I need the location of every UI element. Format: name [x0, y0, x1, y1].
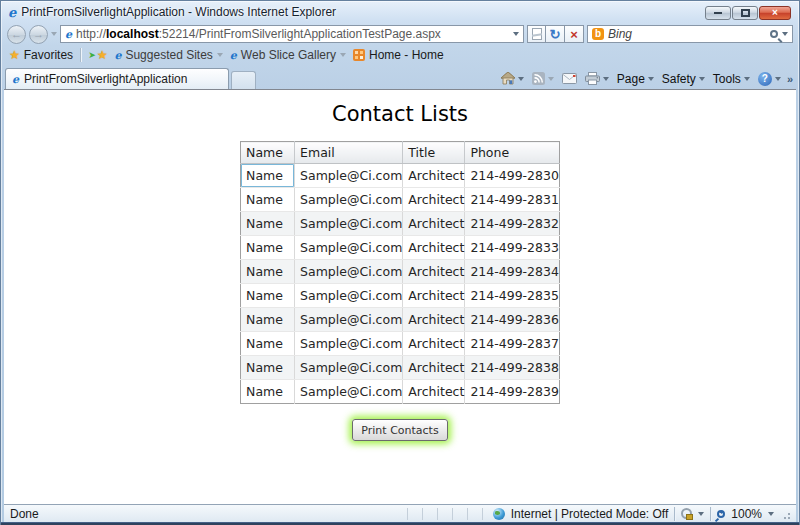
tools-menu-button[interactable]: Tools: [711, 72, 752, 86]
zoom-dropdown-icon[interactable]: [768, 512, 774, 516]
search-input[interactable]: b Bing: [587, 25, 793, 43]
read-mail-button[interactable]: [560, 73, 579, 84]
feeds-button[interactable]: [530, 72, 556, 85]
toolbar-overflow-button[interactable]: »: [787, 73, 793, 85]
cell-email[interactable]: Sample@Ci.com: [295, 284, 403, 308]
add-arrow-icon: ➤: [88, 50, 96, 60]
tab-printfromsilverlightapplication[interactable]: e PrintFromSilverlightApplication: [5, 68, 229, 89]
close-button[interactable]: ×: [759, 6, 791, 20]
table-row[interactable]: NameSample@Ci.comArchitect214-499-2834: [241, 260, 560, 284]
refresh-button[interactable]: ↻: [546, 25, 565, 43]
cell-phone[interactable]: 214-499-2835: [465, 284, 560, 308]
table-row[interactable]: NameSample@Ci.comArchitect214-499-2831: [241, 188, 560, 212]
print-contacts-button[interactable]: Print Contacts: [352, 419, 448, 441]
table-row[interactable]: NameSample@Ci.comArchitect214-499-2835: [241, 284, 560, 308]
cell-name[interactable]: Name: [241, 188, 295, 212]
cell-title[interactable]: Architect: [403, 356, 465, 380]
cell-email[interactable]: Sample@Ci.com: [295, 260, 403, 284]
table-row[interactable]: NameSample@Ci.comArchitect214-499-2833: [241, 236, 560, 260]
cell-email[interactable]: Sample@Ci.com: [295, 236, 403, 260]
home-button[interactable]: [499, 72, 526, 85]
cell-phone[interactable]: 214-499-2831: [465, 188, 560, 212]
back-button[interactable]: ←: [7, 25, 26, 44]
cell-email[interactable]: Sample@Ci.com: [295, 164, 403, 188]
cell-title[interactable]: Architect: [403, 164, 465, 188]
cell-email[interactable]: Sample@Ci.com: [295, 356, 403, 380]
search-icon[interactable]: [770, 30, 778, 38]
add-to-favorites-bar-button[interactable]: ➤ ★: [88, 48, 107, 62]
safety-menu-button[interactable]: Safety: [660, 72, 707, 86]
column-header-title[interactable]: Title: [403, 142, 465, 164]
column-header-phone[interactable]: Phone: [465, 142, 560, 164]
cell-email[interactable]: Sample@Ci.com: [295, 212, 403, 236]
search-options-dropdown-icon[interactable]: [782, 32, 788, 36]
cell-title[interactable]: Architect: [403, 332, 465, 356]
feeds-dropdown-icon[interactable]: [548, 77, 554, 81]
recent-pages-dropdown-icon[interactable]: [51, 32, 57, 36]
table-row[interactable]: NameSample@Ci.comArchitect214-499-2832: [241, 212, 560, 236]
column-header-email[interactable]: Email: [295, 142, 403, 164]
security-zone-icon[interactable]: [681, 508, 692, 519]
cell-phone[interactable]: 214-499-2837: [465, 332, 560, 356]
home-icon: [501, 72, 515, 85]
cell-title[interactable]: Architect: [403, 380, 465, 404]
resize-grip[interactable]: [780, 509, 790, 519]
new-tab-button[interactable]: [231, 71, 256, 89]
table-row[interactable]: NameSample@Ci.comArchitect214-499-2837: [241, 332, 560, 356]
column-header-name[interactable]: Name: [241, 142, 295, 164]
stop-button[interactable]: ×: [565, 25, 584, 43]
minimize-button[interactable]: [705, 6, 731, 20]
title-bar[interactable]: e PrintFromSilverlightApplication - Wind…: [1, 1, 799, 23]
zoom-icon[interactable]: [717, 510, 725, 518]
cell-phone[interactable]: 214-499-2833: [465, 236, 560, 260]
compatibility-view-button[interactable]: [527, 25, 546, 43]
table-row[interactable]: NameSample@Ci.comArchitect214-499-2838: [241, 356, 560, 380]
page-menu-button[interactable]: Page: [615, 72, 656, 86]
table-row[interactable]: NameSample@Ci.comArchitect214-499-2836: [241, 308, 560, 332]
cell-phone[interactable]: 214-499-2836: [465, 308, 560, 332]
print-button[interactable]: [583, 72, 611, 85]
home-home-button[interactable]: Home - Home: [353, 48, 444, 62]
cell-phone[interactable]: 214-499-2830: [465, 164, 560, 188]
address-dropdown-icon[interactable]: [513, 32, 519, 36]
forward-button[interactable]: →: [29, 25, 48, 44]
zone-dropdown-icon[interactable]: [698, 512, 704, 516]
help-button[interactable]: ?: [756, 72, 783, 86]
cell-name[interactable]: Name: [241, 332, 295, 356]
table-row[interactable]: NameSample@Ci.comArchitect214-499-2839: [241, 380, 560, 404]
cell-email[interactable]: Sample@Ci.com: [295, 188, 403, 212]
cell-title[interactable]: Architect: [403, 212, 465, 236]
cell-name[interactable]: Name: [241, 236, 295, 260]
address-input[interactable]: e http://localhost:52214/PrintFromSilver…: [60, 25, 524, 43]
cell-name[interactable]: Name: [241, 380, 295, 404]
cell-title[interactable]: Architect: [403, 284, 465, 308]
print-dropdown-icon[interactable]: [603, 77, 609, 81]
cell-title[interactable]: Architect: [403, 308, 465, 332]
cell-phone[interactable]: 214-499-2838: [465, 356, 560, 380]
cell-name[interactable]: Name: [241, 356, 295, 380]
cell-email[interactable]: Sample@Ci.com: [295, 380, 403, 404]
cell-phone[interactable]: 214-499-2839: [465, 380, 560, 404]
status-bar: Done Internet | Protected Mode: Off 100%: [4, 504, 796, 522]
favorites-button[interactable]: ★ Favorites: [9, 48, 73, 62]
cell-phone[interactable]: 214-499-2832: [465, 212, 560, 236]
home-dropdown-icon[interactable]: [518, 77, 524, 81]
cell-phone[interactable]: 214-499-2834: [465, 260, 560, 284]
cell-title[interactable]: Architect: [403, 236, 465, 260]
cell-email[interactable]: Sample@Ci.com: [295, 308, 403, 332]
table-row[interactable]: NameSample@Ci.comArchitect214-499-2830: [241, 164, 560, 188]
tab-bar: e PrintFromSilverlightApplication: [1, 65, 799, 89]
cell-title[interactable]: Architect: [403, 260, 465, 284]
cell-email[interactable]: Sample@Ci.com: [295, 332, 403, 356]
maximize-button[interactable]: [732, 6, 758, 20]
web-slice-gallery-button[interactable]: e Web Slice Gallery: [230, 48, 346, 62]
cell-title[interactable]: Architect: [403, 188, 465, 212]
cell-name[interactable]: Name: [241, 308, 295, 332]
cell-name[interactable]: Name: [241, 164, 295, 188]
cell-name[interactable]: Name: [241, 260, 295, 284]
cell-name[interactable]: Name: [241, 212, 295, 236]
suggested-sites-button[interactable]: e Suggested Sites: [114, 48, 222, 62]
zoom-level[interactable]: 100%: [731, 507, 762, 521]
cell-name[interactable]: Name: [241, 284, 295, 308]
feeds-icon: [532, 72, 545, 85]
